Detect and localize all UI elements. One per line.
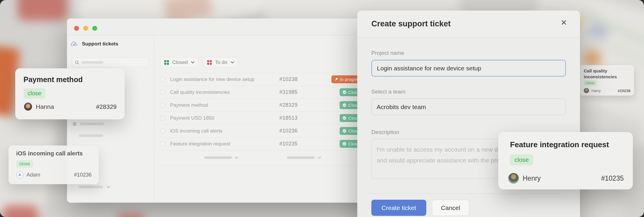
ticket-id: #28329 — [96, 103, 117, 110]
close-tag: close — [584, 80, 597, 86]
ticket-id: #10236 — [74, 172, 92, 178]
chevron-down-icon — [107, 186, 110, 188]
skeleton-bar — [82, 61, 103, 64]
card-title: iOS incoming call alerts — [16, 150, 83, 157]
skeleton-bar — [80, 123, 104, 125]
check-circle-icon — [343, 103, 346, 107]
table-row[interactable]: Payment method #28329 Closed — [160, 99, 365, 111]
project-name-input[interactable] — [371, 60, 566, 77]
ticket-card-payment-method: Payment method close Hanna #28329 — [15, 68, 125, 119]
project-name-label: Project name — [371, 38, 566, 56]
modal-title: Create support ticket — [371, 19, 451, 28]
filter-label: To do — [215, 60, 227, 65]
sidebar-subitem[interactable] — [79, 134, 103, 137]
filter-label: Closed — [172, 60, 188, 65]
row-checkbox[interactable] — [160, 116, 165, 121]
check-circle-icon — [343, 142, 346, 146]
row-checkbox[interactable] — [160, 77, 165, 82]
minimize-window-button[interactable] — [83, 26, 88, 31]
row-checkbox[interactable] — [160, 141, 165, 146]
ticket-id: #18513 — [279, 115, 315, 121]
close-tag: close — [16, 160, 33, 168]
search-icon — [75, 60, 79, 65]
ticket-card-ios-alerts: iOS incoming call alerts close A Adam #1… — [9, 145, 99, 184]
footer-divider — [371, 194, 566, 194]
sidebar-collapsed-section[interactable] — [79, 186, 110, 188]
zoom-window-button[interactable] — [92, 26, 97, 31]
team-value: Acrobits dev team — [377, 104, 426, 111]
ticket-id: #10238 — [279, 76, 315, 82]
search-input[interactable] — [72, 57, 149, 67]
ticket-id: #28329 — [279, 102, 315, 108]
card-footer: Hanna #28329 — [24, 103, 117, 111]
filter-bar: Closed To do — [160, 57, 238, 67]
ticket-id: #10235 — [601, 174, 624, 182]
table-row[interactable]: iOS incoming call alerts #10236 Closed — [160, 124, 365, 137]
pin-icon — [334, 77, 338, 81]
skeleton-bar — [79, 134, 103, 137]
ticket-id: #10236 — [279, 128, 315, 134]
modal-header: Create support ticket ✕ — [357, 11, 580, 38]
table-footer — [160, 150, 365, 166]
ticket-id: #10238 — [618, 89, 630, 93]
close-icon[interactable]: ✕ — [561, 19, 567, 26]
user-name: Adam — [26, 172, 40, 178]
card-footer: A Adam #10236 — [16, 171, 92, 179]
skeleton-bar — [204, 156, 232, 159]
ticket-id: #31985 — [279, 89, 315, 95]
avatar — [584, 88, 589, 93]
chevron-down-icon — [235, 157, 238, 159]
create-ticket-button[interactable]: Create ticket — [371, 200, 426, 216]
rows-per-page-select[interactable] — [204, 156, 238, 159]
table-row[interactable]: Login assistance for new device setup #1… — [160, 73, 365, 86]
screenshot-canvas: Call quality inconsistencies close Harry… — [0, 0, 644, 217]
user-name: Hanna — [36, 103, 54, 110]
ticket-card-call-quality: Call quality inconsistencies close Harry… — [580, 65, 634, 96]
page-title: Support tickets — [82, 41, 118, 47]
card-footer: Henry #10235 — [508, 173, 624, 184]
card-footer: Harry #10238 — [584, 88, 630, 93]
cancel-button[interactable]: Cancel — [432, 200, 469, 216]
team-select[interactable]: Acrobits dev team — [371, 99, 566, 115]
window-titlebar — [67, 18, 380, 35]
status-grid-icon-red — [207, 60, 212, 65]
close-tag: close — [510, 154, 533, 165]
row-checkbox[interactable] — [160, 90, 165, 95]
user-name: Henry — [523, 174, 541, 182]
modal-footer: Create ticket Cancel — [357, 194, 580, 216]
check-circle-icon — [343, 129, 346, 133]
table-row[interactable]: Call quality inconsistencies #31985 Clos… — [160, 86, 365, 99]
avatar-letter: A — [16, 171, 24, 179]
card-title: Feature integration request — [510, 140, 609, 149]
ticket-title: iOS incoming call alerts — [170, 128, 279, 134]
check-circle-icon — [343, 90, 346, 94]
filter-button-closed[interactable]: Closed — [160, 57, 198, 67]
card-title: Payment method — [24, 75, 83, 84]
table-row[interactable]: Feature integration request #10235 Close… — [160, 137, 365, 150]
skeleton-bar — [79, 186, 103, 188]
ticket-title: Payment USD 1850 — [170, 115, 279, 121]
ticket-table: Login assistance for new device setup #1… — [160, 73, 365, 166]
avatar — [508, 173, 519, 184]
ticket-title: Call quality inconsistencies — [170, 89, 279, 95]
app-logo-cloud-icon — [71, 41, 78, 47]
user-name: Harry — [591, 89, 601, 93]
sidebar-item-layers[interactable] — [72, 122, 104, 126]
ticket-title: Feature integration request — [170, 141, 279, 147]
row-checkbox[interactable] — [160, 128, 165, 133]
chevron-down-icon — [191, 61, 194, 64]
table-row[interactable]: Payment USD 1850 #18513 Closed — [160, 111, 365, 124]
filter-button-todo[interactable]: To do — [203, 57, 238, 67]
ticket-title: Login assistance for new device setup — [170, 77, 279, 82]
status-grid-icon-green — [164, 60, 169, 65]
team-label: Select a team — [371, 77, 566, 95]
ticket-id: #10235 — [279, 141, 315, 147]
card-title: Call quality inconsistencies — [584, 68, 619, 80]
close-tag: close — [24, 88, 46, 99]
close-window-button[interactable] — [74, 26, 79, 31]
check-circle-icon — [343, 116, 346, 120]
page-select[interactable] — [287, 156, 321, 159]
row-checkbox[interactable] — [160, 103, 165, 108]
layers-icon — [72, 122, 77, 126]
ticket-list-panel: Closed To do Login assistance for new de… — [154, 35, 380, 203]
